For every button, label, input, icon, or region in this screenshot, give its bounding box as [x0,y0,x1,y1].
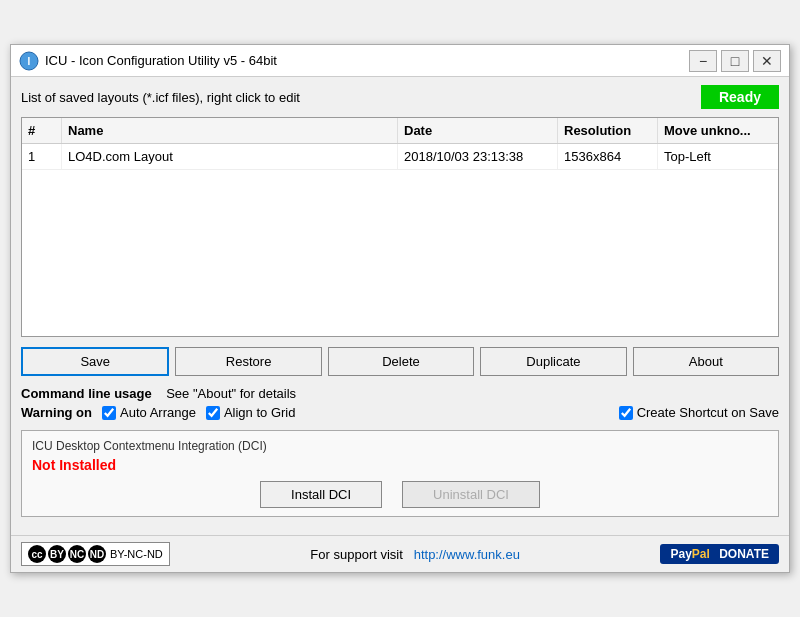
cell-move: Top-Left [658,144,778,169]
col-name: Name [62,118,398,143]
create-shortcut-item[interactable]: Create Shortcut on Save [619,405,779,420]
create-shortcut-checkbox[interactable] [619,406,633,420]
footer-support: For support visit http://www.funk.eu [310,547,520,562]
command-line-row: Command line usage See "About" for detai… [21,386,779,401]
col-resolution: Resolution [558,118,658,143]
table-row[interactable]: 1 LO4D.com Layout 2018/10/03 23:13:38 15… [22,144,778,170]
top-bar: List of saved layouts (*.icf files), rig… [21,85,779,109]
footer: cc BY NC ND BY-NC-ND For support visit h… [11,535,789,572]
align-to-grid-label: Align to Grid [224,405,296,420]
paypal-donate-button[interactable]: PayPal DONATE [660,544,779,564]
action-buttons: Save Restore Delete Duplicate About [21,347,779,376]
svg-text:I: I [28,56,31,67]
delete-button[interactable]: Delete [328,347,474,376]
title-bar-left: I ICU - Icon Configuration Utility v5 - … [19,51,277,71]
install-dci-button[interactable]: Install DCI [260,481,382,508]
by-icon: BY [48,545,66,563]
nd-icon: ND [88,545,106,563]
align-to-grid-checkbox[interactable] [206,406,220,420]
cell-name: LO4D.com Layout [62,144,398,169]
about-button[interactable]: About [633,347,779,376]
license-badge: cc BY NC ND BY-NC-ND [21,542,170,566]
window-title: ICU - Icon Configuration Utility v5 - 64… [45,53,277,68]
cell-date: 2018/10/03 23:13:38 [398,144,558,169]
title-bar: I ICU - Icon Configuration Utility v5 - … [11,45,789,77]
donate-text: DONATE [719,547,769,561]
restore-button[interactable]: Restore [175,347,321,376]
cc-icons: cc BY NC ND [28,545,106,563]
paypal-text: PayPal [670,547,709,561]
dci-status: Not Installed [32,457,768,473]
close-button[interactable]: ✕ [753,50,781,72]
dci-title: ICU Desktop Contextmenu Integration (DCI… [32,439,768,453]
auto-arrange-label: Auto Arrange [120,405,196,420]
auto-arrange-checkbox[interactable] [102,406,116,420]
dci-buttons: Install DCI Uninstall DCI [32,481,768,508]
col-date: Date [398,118,558,143]
table-header: # Name Date Resolution Move unkno... [22,118,778,144]
dci-section: ICU Desktop Contextmenu Integration (DCI… [21,430,779,517]
main-content: List of saved layouts (*.icf files), rig… [11,77,789,535]
checkboxes-row: Warning on Auto Arrange Align to Grid Cr… [21,405,779,420]
create-shortcut-label: Create Shortcut on Save [637,405,779,420]
minimize-button[interactable]: − [689,50,717,72]
status-badge: Ready [701,85,779,109]
command-line-label: Command line usage [21,386,152,401]
support-link[interactable]: http://www.funk.eu [414,547,520,562]
warning-label: Warning on [21,405,92,420]
nc-icon: NC [68,545,86,563]
maximize-button[interactable]: □ [721,50,749,72]
main-window: I ICU - Icon Configuration Utility v5 - … [10,44,790,573]
description-text: List of saved layouts (*.icf files), rig… [21,90,300,105]
title-controls: − □ ✕ [689,50,781,72]
cell-resolution: 1536x864 [558,144,658,169]
uninstall-dci-button[interactable]: Uninstall DCI [402,481,540,508]
auto-arrange-item[interactable]: Auto Arrange [102,405,196,420]
cell-num: 1 [22,144,62,169]
cc-icon: cc [28,545,46,563]
align-to-grid-item[interactable]: Align to Grid [206,405,296,420]
license-text: BY-NC-ND [110,548,163,560]
layouts-table[interactable]: # Name Date Resolution Move unkno... 1 L… [21,117,779,337]
support-text: For support visit [310,547,402,562]
app-icon: I [19,51,39,71]
duplicate-button[interactable]: Duplicate [480,347,626,376]
col-num: # [22,118,62,143]
command-line-detail: See "About" for details [166,386,296,401]
col-move: Move unkno... [658,118,778,143]
save-button[interactable]: Save [21,347,169,376]
